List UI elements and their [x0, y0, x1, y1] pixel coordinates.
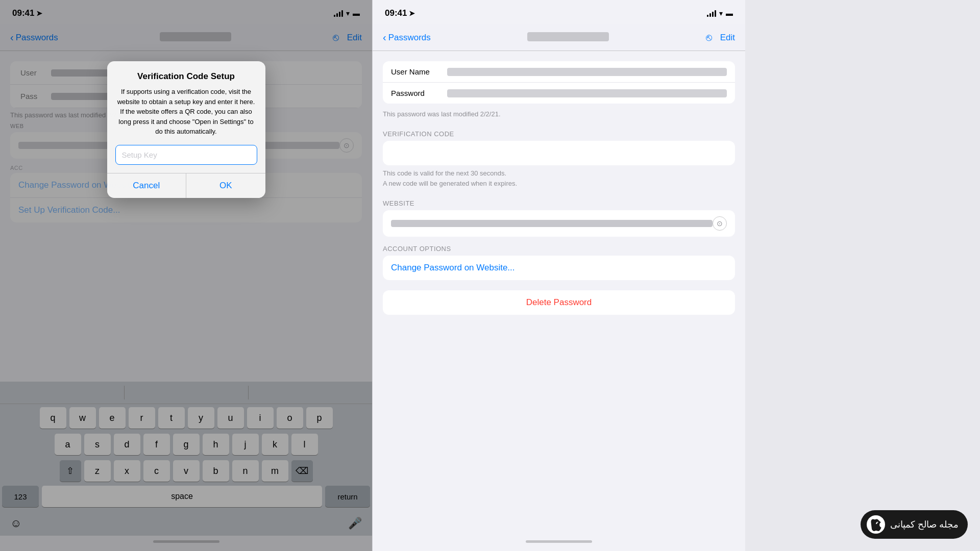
right-domain-display [431, 32, 706, 43]
right-domain-blurred [527, 32, 609, 41]
right-password-value [447, 89, 727, 97]
right-back-button[interactable]: ‹ Passwords [383, 32, 431, 43]
right-website-section-label: WEBSITE [373, 191, 745, 210]
watermark-text: مجله صالح کمپانی [890, 519, 959, 530]
right-verif-note: This code is valid for the next 30 secon… [373, 165, 745, 191]
right-change-pw-link[interactable]: Change Password on Website... [383, 256, 735, 280]
right-edit-button[interactable]: Edit [720, 33, 735, 43]
right-account-options-label: ACCOUNT OPTIONS [373, 237, 745, 256]
left-phone: 09:41 ➤ ▾ ▬ ‹ Passwords ⎋ Edit [0, 0, 373, 551]
right-options-card: Change Password on Website... [383, 256, 735, 280]
right-wifi-icon: ▾ [719, 9, 723, 17]
right-battery-icon: ▬ [726, 9, 733, 17]
right-spacer: مجله صالح کمپانی [745, 0, 980, 551]
right-location-icon: ➤ [409, 9, 415, 17]
right-password-row: Password [383, 83, 735, 104]
right-username-row: User Name [383, 61, 735, 83]
verification-dialog: Verification Code Setup If supports usin… [107, 61, 265, 198]
right-username-label: User Name [391, 67, 447, 76]
right-delete-card: Delete Password [383, 290, 735, 315]
right-verif-row [383, 141, 735, 165]
watermark: مجله صالح کمپانی [861, 510, 968, 539]
right-password-note: This password was last modified 2/2/21. [373, 107, 745, 122]
right-nav-right: ⎋ Edit [706, 32, 735, 43]
right-verif-card [383, 141, 735, 165]
dialog-content: Verification Code Setup If supports usin… [107, 61, 265, 173]
right-home-bar [526, 540, 592, 543]
right-signal-bar-4 [715, 10, 716, 17]
apple-svg [870, 518, 881, 531]
right-nav-bar: ‹ Passwords ⎋ Edit [373, 24, 745, 51]
right-home-indicator [373, 534, 745, 549]
right-website-row: ⊙ [383, 210, 735, 237]
setup-key-input[interactable] [115, 145, 257, 165]
right-password-label: Password [391, 89, 447, 97]
right-delete-button[interactable]: Delete Password [383, 290, 735, 315]
right-status-icons: ▾ ▬ [707, 9, 733, 17]
dialog-title: Verification Code Setup [115, 71, 257, 82]
right-signal-icon [707, 10, 716, 17]
dialog-buttons: Cancel OK [107, 173, 265, 198]
dialog-ok-button[interactable]: OK [186, 173, 265, 198]
right-signal-bar-3 [712, 12, 714, 17]
right-phone: 09:41 ➤ ▾ ▬ ‹ Passwords ⎋ Edit [373, 0, 745, 551]
apple-logo-icon [867, 515, 885, 534]
dialog-body: If supports using a verification code, v… [115, 87, 257, 137]
right-share-button[interactable]: ⎋ [706, 32, 712, 43]
right-username-value [447, 68, 727, 76]
right-chevron-left-icon: ‹ [383, 32, 386, 43]
right-signal-bar-2 [709, 13, 711, 17]
right-status-bar: 09:41 ➤ ▾ ▬ [373, 0, 745, 24]
right-status-time: 09:41 ➤ [385, 8, 415, 18]
right-safari-icon[interactable]: ⊙ [713, 216, 727, 231]
right-signal-bar-1 [707, 15, 708, 17]
dialog-cancel-button[interactable]: Cancel [107, 173, 187, 198]
right-website-card: ⊙ [383, 210, 735, 237]
right-verif-section-label: VERIFICATION CODE [373, 122, 745, 141]
right-time-display: 09:41 [385, 8, 407, 18]
dialog-overlay: Verification Code Setup If supports usin… [0, 0, 372, 551]
right-back-label: Passwords [388, 33, 431, 43]
right-website-value [391, 220, 713, 227]
right-verif-value [391, 148, 727, 158]
right-password-card: User Name Password [383, 61, 735, 104]
